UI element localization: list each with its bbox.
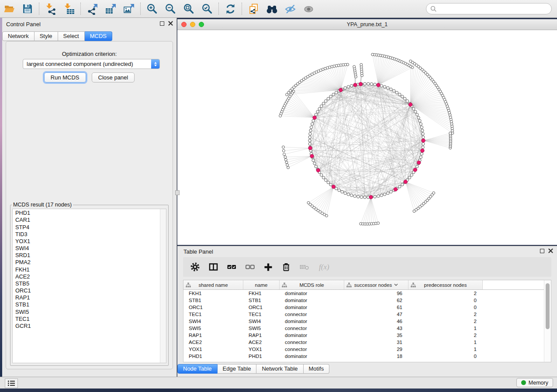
cell-shared-name[interactable]: ACE2 <box>183 340 243 345</box>
network-leaf-node[interactable] <box>353 65 356 68</box>
table-row[interactable]: SWI5SWI5connector431 <box>183 325 544 332</box>
zoom-in-button[interactable] <box>143 1 161 16</box>
network-dominator-node[interactable] <box>353 83 357 86</box>
cell-name[interactable]: ORC1 <box>243 305 280 310</box>
network-leaf-node[interactable] <box>282 149 285 152</box>
network-leaf-node[interactable] <box>371 53 374 56</box>
cell-name[interactable]: RAP1 <box>243 333 280 338</box>
open-file-button[interactable] <box>0 1 18 16</box>
network-leaf-node[interactable] <box>409 60 412 62</box>
network-node[interactable] <box>393 89 395 92</box>
cell-successor-nodes[interactable]: 96 <box>344 291 408 296</box>
network-leaf-node[interactable] <box>283 153 286 156</box>
cell-predecessor-nodes[interactable]: 1 <box>408 326 483 331</box>
network-node[interactable] <box>374 195 376 198</box>
network-dominator-node[interactable] <box>308 146 312 150</box>
table-row[interactable]: PHD1PHD1dominator180 <box>183 353 544 360</box>
mcds-result-item[interactable]: STB5 <box>13 280 160 287</box>
network-node[interactable] <box>422 136 425 138</box>
network-node[interactable] <box>401 95 404 98</box>
cell-mcds-role[interactable]: connector <box>280 347 344 352</box>
cell-mcds-role[interactable]: connector <box>280 312 344 317</box>
task-history-button[interactable] <box>5 378 18 388</box>
network-node[interactable] <box>313 162 316 165</box>
network-node[interactable] <box>315 165 317 168</box>
network-node[interactable] <box>408 176 411 179</box>
cell-mcds-role[interactable]: connector <box>280 340 344 345</box>
cell-name[interactable]: ACE2 <box>243 340 280 345</box>
network-dominator-node[interactable] <box>339 88 343 92</box>
network-node[interactable] <box>410 174 413 176</box>
network-node[interactable] <box>329 95 332 98</box>
tab-style[interactable]: Style <box>35 31 58 41</box>
network-dominator-node[interactable] <box>408 103 412 106</box>
network-node[interactable] <box>390 190 392 193</box>
table-row[interactable]: ACE2ACE2connector311 <box>183 339 544 346</box>
mcds-result-item[interactable]: STB1 <box>13 301 160 308</box>
network-node[interactable] <box>332 93 335 96</box>
network-dominator-node[interactable] <box>369 195 373 199</box>
mcds-result-list[interactable]: PHD1CAR1STP4TID3YOX1SWI4SRD1PMA2FKH1ACE2… <box>12 209 166 363</box>
zoom-selected-button[interactable] <box>198 1 216 16</box>
table-row[interactable]: FKH1FKH1dominator962 <box>183 290 544 297</box>
run-mcds-button[interactable]: Run MCDS <box>44 72 86 83</box>
network-node[interactable] <box>412 107 415 110</box>
cell-shared-name[interactable]: SWI4 <box>183 319 243 324</box>
tab-edge-table[interactable]: Edge Table <box>218 364 257 374</box>
tab-motifs[interactable]: Motifs <box>304 364 330 374</box>
cell-name[interactable]: PHD1 <box>243 354 280 359</box>
network-node[interactable] <box>353 195 356 197</box>
mcds-list-scrollbar[interactable] <box>160 209 166 363</box>
network-leaf-node[interactable] <box>286 93 288 96</box>
network-leaf-node[interactable] <box>449 132 452 134</box>
network-node[interactable] <box>367 83 370 85</box>
network-node[interactable] <box>422 143 425 145</box>
mcds-result-item[interactable]: RAP1 <box>13 294 160 301</box>
network-leaf-node[interactable] <box>360 63 363 66</box>
search-network-button[interactable] <box>263 1 281 16</box>
network-node[interactable] <box>341 190 343 193</box>
network-dominator-node[interactable] <box>421 149 424 152</box>
cell-mcds-role[interactable]: dominator <box>280 354 344 359</box>
network-canvas[interactable] <box>177 30 557 245</box>
network-node[interactable] <box>395 91 398 94</box>
table-row[interactable]: ORC1ORC1dominator610 <box>183 304 544 311</box>
table-row[interactable]: YOX1YOX1connector291 <box>183 346 544 353</box>
cell-name[interactable]: TEC1 <box>243 312 280 317</box>
tab-node-table[interactable]: Node Table <box>177 364 218 374</box>
network-node[interactable] <box>421 129 424 132</box>
select-all-columns-button[interactable] <box>227 263 236 271</box>
network-node[interactable] <box>347 193 349 196</box>
cell-predecessor-nodes[interactable]: 0 <box>408 354 483 359</box>
network-node[interactable] <box>383 193 386 196</box>
network-node[interactable] <box>347 86 349 88</box>
cell-predecessor-nodes[interactable]: 2 <box>408 312 483 317</box>
table-row[interactable]: STB1STB1dominator620 <box>183 297 544 304</box>
cell-successor-nodes[interactable]: 47 <box>344 312 408 317</box>
table-row[interactable]: RAP1RAP1dominator352 <box>183 332 544 339</box>
hide-selected-button[interactable] <box>281 1 299 16</box>
export-image-button[interactable] <box>120 1 138 16</box>
column-header-successor-nodes[interactable]: successor nodes <box>344 280 408 289</box>
refresh-button[interactable] <box>221 1 239 16</box>
network-leaf-node[interactable] <box>284 158 287 161</box>
network-node[interactable] <box>308 136 311 138</box>
cell-successor-nodes[interactable]: 29 <box>344 347 408 352</box>
network-node[interactable] <box>416 165 419 168</box>
mcds-result-item[interactable]: TID3 <box>13 231 160 238</box>
network-node[interactable] <box>360 196 363 198</box>
network-node[interactable] <box>322 176 325 179</box>
mcds-result-item[interactable]: ACE2 <box>13 273 160 280</box>
float-panel-icon[interactable] <box>160 21 164 26</box>
network-node[interactable] <box>419 123 422 125</box>
import-network-button[interactable] <box>42 1 60 16</box>
cell-mcds-role[interactable]: dominator <box>280 305 344 310</box>
network-leaf-node[interactable] <box>287 166 290 169</box>
network-node[interactable] <box>387 86 389 89</box>
network-node[interactable] <box>363 196 366 199</box>
network-dominator-node[interactable] <box>394 188 397 191</box>
network-node[interactable] <box>398 185 401 188</box>
cell-predecessor-nodes[interactable]: 2 <box>408 291 483 296</box>
cell-mcds-role[interactable]: dominator <box>280 291 344 296</box>
splitter-handle[interactable] <box>175 190 180 195</box>
